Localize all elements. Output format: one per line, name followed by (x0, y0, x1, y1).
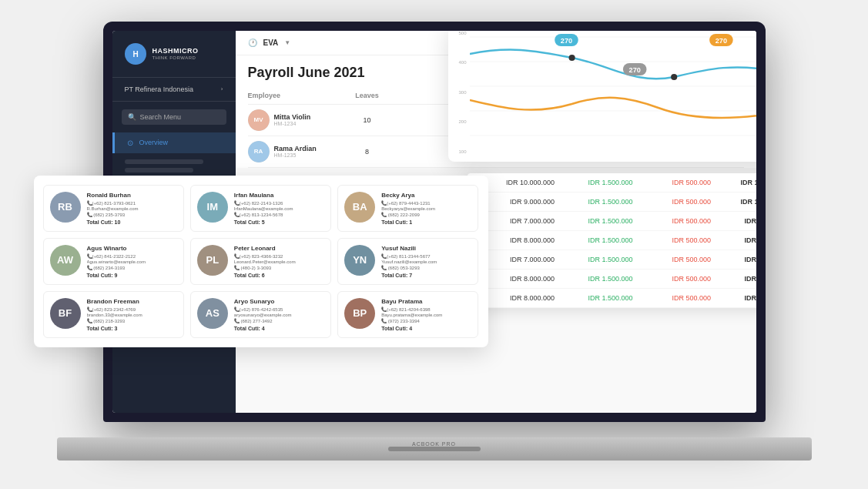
emp-card-irfan: IM Irfan Maulana 📞(+62) 822-2143-1326 Ir… (190, 185, 331, 232)
nav-line-2 (125, 168, 194, 172)
emp-card-email-aryo: aryosunaryo@example.com (234, 313, 324, 317)
emp-card-phone3-yusuf: 📞 (682) 053-3293 (381, 265, 471, 270)
salary-col-deduction: IDR 500.000 (633, 179, 712, 186)
emp-card-phone3-aryo: 📞 (682) 277-3492 (234, 318, 324, 323)
employee-cards-overlay: RB Ronald Burhan 📞(+62) 821-3793-0621 R.… (34, 176, 488, 347)
emp-card-name-brandon: Brandon Freeman (87, 298, 177, 305)
overlay-row: IDR 9.000.000 IDR 1.500.000 IDR 500.000 … (468, 193, 756, 212)
overlay-row: IDR 8.000.000 IDR 1.500.000 IDR 500.000 … (468, 231, 756, 250)
emp-card-phone1-peter: 📞(+62) 823-4366-3232 (234, 253, 324, 259)
emp-card-name-aryo: Aryo Sunaryo (234, 298, 324, 305)
emp-card-yusuf: YN Yusuf Nazili 📞(+62) 811-2344-5677 Yus… (337, 238, 478, 285)
emp-card-phone1-ronald: 📞(+62) 821-3793-0621 (87, 200, 177, 206)
emp-card-phone3-brandon: 📞 (682) 218-3293 (87, 318, 177, 323)
y-label-100: 100 (458, 149, 466, 154)
emp-avatar-aryo: AS (197, 298, 228, 329)
emp-card-becky: BA Becky Arya 📞(+62) 879-4443-1231 Becky… (337, 185, 478, 232)
emp-card-phone3-ronald: 📞 (682) 235-3793 (87, 212, 177, 217)
svg-text:270: 270 (628, 66, 640, 74)
emp-card-cuti-peter: Total Cuti: 6 (234, 273, 324, 278)
emp-card-cuti-agus: Total Cuti: 9 (87, 273, 177, 278)
brand-name: HASHMICRO (152, 47, 199, 55)
emp-card-name-bayu: Bayu Pratama (381, 298, 471, 305)
svg-point-7 (568, 55, 575, 61)
search-icon: 🔍 (128, 113, 136, 121)
emp-card-email-yusuf: Yusuf.nazili@example.com (381, 260, 471, 264)
topbar-eva-label: EVA (263, 39, 279, 47)
avatar-1: MV (248, 109, 270, 131)
svg-text:270: 270 (715, 37, 726, 45)
emp-card-info-agus: Agus Winarto 📞(+62) 841-2322-2122 Agus.w… (87, 245, 177, 278)
emp-card-email-becky: Beckyarya@example.com (381, 206, 471, 211)
company-name[interactable]: PT Refinera Indonesia › (112, 78, 236, 102)
emp-avatar-ronald: RB (50, 192, 81, 223)
emp-name-2: Rama Ardian (274, 145, 317, 152)
nav-line-1 (125, 159, 203, 164)
svg-text:270: 270 (560, 37, 571, 45)
emp-card-ronald: RB Ronald Burhan 📞(+62) 821-3793-0621 R.… (43, 185, 184, 232)
emp-card-phone1-irfan: 📞(+62) 822-2143-1326 (234, 200, 324, 206)
emp-card-phone1-bayu: 📞(+62) 821-4204-6398 (381, 306, 471, 312)
y-label-500: 500 (458, 31, 466, 35)
sidebar-logo: H HASHMICRO THINK FORWARD (112, 43, 236, 78)
emp-card-info-brandon: Brandon Freeman 📞(+62) 823-2342-4769 bra… (87, 298, 177, 331)
salary-col-base: IDR 10.000.000 (477, 179, 555, 186)
emp-card-cuti-ronald: Total Cuti: 10 (87, 219, 177, 225)
col-leaves-header: Leaves (348, 92, 387, 99)
overview-icon: ⊙ (127, 139, 133, 147)
emp-card-info-bayu: Bayu Pratama 📞(+62) 821-4204-6398 Bayu.p… (381, 298, 471, 331)
company-arrow-icon: › (221, 85, 223, 92)
chart-overlay: 500 400 300 200 100 (448, 31, 756, 162)
emp-avatar-irfan: IM (197, 192, 228, 223)
emp-name-1: Mitta Violin (274, 113, 311, 121)
emp-card-phone3-bayu: 📞 (972) 233-3394 (381, 318, 471, 323)
emp-avatar-bayu: BP (344, 298, 375, 329)
emp-card-cuti-bayu: Total Cuti: 4 (381, 326, 471, 331)
svg-point-8 (671, 74, 677, 80)
emp-card-email-peter: Leonard.Peter@example.com (234, 260, 324, 264)
emp-avatar-peter: PL (197, 245, 228, 276)
topbar-chevron-icon: ▼ (284, 39, 290, 46)
macbook-label: acbook Pro (412, 441, 456, 447)
emp-card-info-aryo: Aryo Sunaryo 📞(+62) 876-4242-6535 aryosu… (234, 298, 324, 331)
macbook-label-text: acbook Pro (412, 441, 456, 447)
search-box[interactable]: 🔍 Search Menu (122, 109, 226, 125)
emp-card-phone1-yusuf: 📞(+62) 811-2344-5677 (381, 253, 471, 259)
emp-leaves-1: 10 (348, 116, 387, 124)
search-placeholder: Search Menu (140, 113, 182, 121)
emp-card-cuti-irfan: Total Cuti: 5 (234, 219, 324, 225)
emp-card-agus: AW Agus Winarto 📞(+62) 841-2322-2122 Agu… (43, 238, 184, 285)
emp-card-phone3-agus: 📞 (682) 234-3193 (87, 265, 177, 270)
emp-avatar-becky: BA (344, 192, 375, 223)
emp-card-phone3-irfan: 📞(+62) 813-1234-5678 (234, 212, 324, 217)
emp-card-name-yusuf: Yusuf Nazili (381, 245, 471, 252)
salary-col-total: IDR 11.000.000 (711, 179, 756, 186)
emp-card-email-brandon: brandon.33@example.com (87, 313, 177, 317)
avatar-2: RA (248, 141, 270, 162)
emp-card-info-becky: Becky Arya 📞(+62) 879-4443-1231 Beckyary… (381, 192, 471, 225)
emp-card-phone1-brandon: 📞(+62) 823-2342-4769 (87, 306, 177, 312)
emp-card-peter: PL Peter Leonard 📞(+62) 823-4366-3232 Le… (190, 238, 331, 285)
chart-svg: 270 270 270 400 (470, 31, 756, 154)
overlay-row: IDR 7.000.000 IDR 1.500.000 IDR 500.000 … (468, 212, 756, 231)
salary-table-overlay: IDR 10.000.000 IDR 1.500.000 IDR 500.000… (468, 173, 756, 308)
emp-card-phone3-becky: 📞 (682) 222-2099 (381, 212, 471, 217)
y-label-300: 300 (458, 90, 466, 95)
overlay-row-header: IDR 10.000.000 IDR 1.500.000 IDR 500.000… (468, 173, 756, 193)
logo-icon: H (125, 43, 146, 65)
laptop-notch (388, 447, 481, 451)
emp-id-1: HM-1234 (274, 121, 311, 126)
emp-card-email-bayu: Bayu.pratama@example.com (381, 313, 471, 317)
emp-card-aryo: AS Aryo Sunaryo 📞(+62) 876-4242-6535 ary… (190, 291, 331, 338)
laptop-frame: H HASHMICRO THINK FORWARD PT Refinera In… (57, 22, 812, 468)
emp-card-cuti-brandon: Total Cuti: 3 (87, 326, 177, 331)
emp-id-2: HM-1235 (274, 152, 317, 158)
col-employee-header: Employee (248, 92, 348, 99)
y-label-400: 400 (458, 60, 466, 65)
emp-card-cuti-yusuf: Total Cuti: 7 (381, 273, 471, 278)
emp-card-info-yusuf: Yusuf Nazili 📞(+62) 811-2344-5677 Yusuf.… (381, 245, 471, 278)
clock-icon: 🕐 (248, 39, 257, 47)
emp-avatar-agus: AW (50, 245, 81, 276)
emp-card-info-ronald: Ronald Burhan 📞(+62) 821-3793-0621 R.Bur… (87, 192, 177, 225)
sidebar-item-overview[interactable]: ⊙ Overview (112, 132, 236, 153)
